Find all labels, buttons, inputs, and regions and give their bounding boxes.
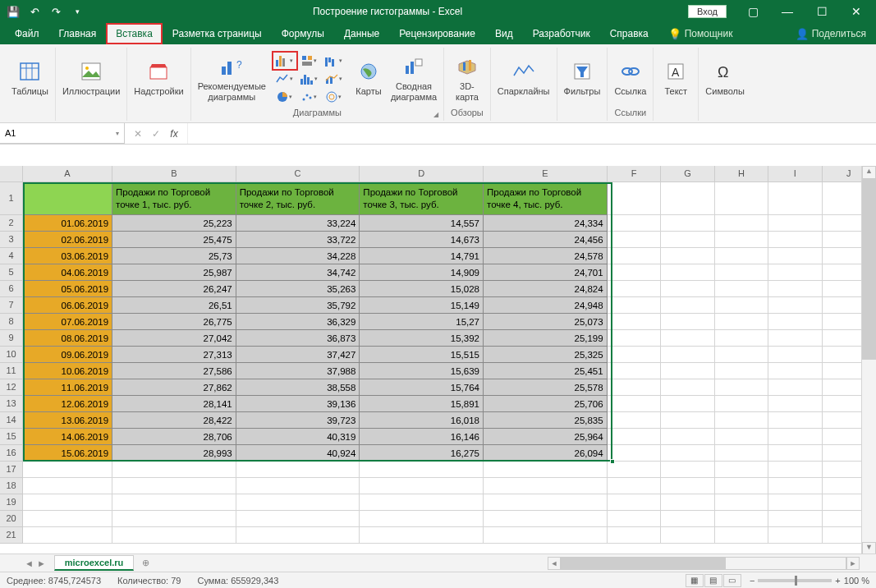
cell[interactable] [715, 396, 768, 412]
cell[interactable] [768, 264, 822, 281]
cell[interactable]: Продажи по Торговой точке 4, тыс. руб. [484, 182, 608, 215]
col-header-E[interactable]: E [484, 166, 608, 182]
cell[interactable]: 33,224 [236, 215, 360, 232]
cell[interactable]: 37,988 [236, 363, 360, 379]
cell[interactable]: 25,199 [484, 330, 608, 347]
cell[interactable]: 03.06.2019 [23, 248, 112, 264]
cell[interactable] [608, 511, 661, 527]
cell[interactable] [112, 478, 236, 494]
row-header[interactable]: 8 [0, 314, 23, 330]
cell[interactable]: Продажи по Торговой точке 1, тыс. руб. [112, 182, 236, 215]
cell[interactable] [768, 396, 822, 412]
hscroll-thumb[interactable] [562, 558, 726, 569]
row-header[interactable]: 4 [0, 248, 23, 264]
cell[interactable] [768, 248, 822, 264]
cell[interactable]: 33,722 [236, 232, 360, 248]
insert-statistic-chart-button[interactable] [297, 70, 322, 88]
cell[interactable] [715, 314, 768, 330]
maximize-icon[interactable]: ☐ [805, 2, 838, 21]
cell[interactable] [715, 429, 768, 445]
cell[interactable] [661, 297, 714, 314]
col-header-F[interactable]: F [608, 166, 661, 182]
cell[interactable] [661, 429, 714, 445]
cell[interactable]: 28,141 [112, 396, 236, 412]
cell[interactable] [715, 527, 768, 544]
vscroll-thumb[interactable] [862, 179, 876, 360]
row-header[interactable]: 9 [0, 330, 23, 347]
cell[interactable]: 15,149 [360, 297, 484, 314]
col-header-I[interactable]: I [768, 166, 822, 182]
cell[interactable] [661, 314, 714, 330]
cell[interactable] [768, 182, 822, 215]
cell[interactable] [715, 330, 768, 347]
cell[interactable]: 36,873 [236, 330, 360, 347]
row-header[interactable]: 6 [0, 281, 23, 297]
close-icon[interactable]: ✕ [840, 2, 873, 21]
cell[interactable] [715, 248, 768, 264]
cell[interactable]: 15,515 [360, 347, 484, 363]
3d-map-button[interactable]: 3D- карта [452, 53, 483, 101]
cell[interactable] [768, 215, 822, 232]
maps-button[interactable]: Карты [353, 58, 384, 96]
redo-icon[interactable]: ↷ [46, 2, 66, 21]
cell[interactable] [484, 462, 608, 478]
cell[interactable] [768, 445, 822, 462]
recommended-charts-button[interactable]: ? Рекомендуемые диаграммы [198, 53, 266, 101]
cell[interactable] [236, 478, 360, 494]
cell[interactable] [236, 527, 360, 544]
row-header[interactable]: 5 [0, 264, 23, 281]
cell[interactable]: 24,578 [484, 248, 608, 264]
cell[interactable] [236, 494, 360, 511]
addins-button[interactable]: Надстройки [134, 58, 183, 96]
cell[interactable]: 25,73 [112, 248, 236, 264]
cell[interactable] [661, 248, 714, 264]
cell[interactable]: 27,862 [112, 379, 236, 396]
cell[interactable] [768, 412, 822, 429]
cell[interactable]: 07.06.2019 [23, 314, 112, 330]
row-header[interactable]: 12 [0, 379, 23, 396]
cell[interactable] [661, 511, 714, 527]
cell[interactable] [768, 330, 822, 347]
formula-input[interactable] [188, 123, 876, 144]
cell[interactable] [484, 527, 608, 544]
cell[interactable]: 40,924 [236, 445, 360, 462]
cell[interactable] [484, 511, 608, 527]
cell[interactable] [608, 330, 661, 347]
illustrations-button[interactable]: Иллюстрации [62, 58, 120, 96]
pivot-chart-button[interactable]: Сводная диаграмма [391, 53, 437, 101]
cell[interactable]: 27,042 [112, 330, 236, 347]
cell[interactable] [715, 379, 768, 396]
tab-view[interactable]: Вид [485, 23, 523, 44]
cell[interactable] [715, 297, 768, 314]
new-sheet-button[interactable]: ⊕ [137, 555, 154, 572]
cell[interactable]: 14.06.2019 [23, 429, 112, 445]
cell[interactable]: 16,146 [360, 429, 484, 445]
cell[interactable] [661, 330, 714, 347]
tab-developer[interactable]: Разработчик [523, 23, 600, 44]
save-icon[interactable]: 💾 [3, 2, 23, 21]
cell[interactable] [715, 215, 768, 232]
cell[interactable]: 14,673 [360, 232, 484, 248]
scroll-up-icon[interactable]: ▲ [862, 166, 876, 179]
insert-column-chart-button[interactable] [273, 52, 297, 70]
cell[interactable]: 39,723 [236, 412, 360, 429]
cell[interactable]: 15,392 [360, 330, 484, 347]
cell[interactable] [768, 347, 822, 363]
tab-file[interactable]: Файл [5, 23, 49, 44]
cell[interactable]: 38,558 [236, 379, 360, 396]
row-header[interactable]: 19 [0, 494, 23, 511]
select-all-triangle[interactable] [0, 166, 23, 182]
tab-review[interactable]: Рецензирование [389, 23, 485, 44]
tab-home[interactable]: Главная [49, 23, 107, 44]
cell[interactable] [608, 478, 661, 494]
cell[interactable] [112, 527, 236, 544]
insert-scatter-chart-button[interactable] [297, 88, 322, 106]
cell[interactable]: 25,475 [112, 232, 236, 248]
cell[interactable] [484, 494, 608, 511]
cell[interactable] [661, 527, 714, 544]
col-header-A[interactable]: A [23, 166, 112, 182]
cell[interactable] [608, 412, 661, 429]
col-header-G[interactable]: G [661, 166, 714, 182]
cell[interactable] [360, 462, 484, 478]
cell[interactable]: 16,018 [360, 412, 484, 429]
